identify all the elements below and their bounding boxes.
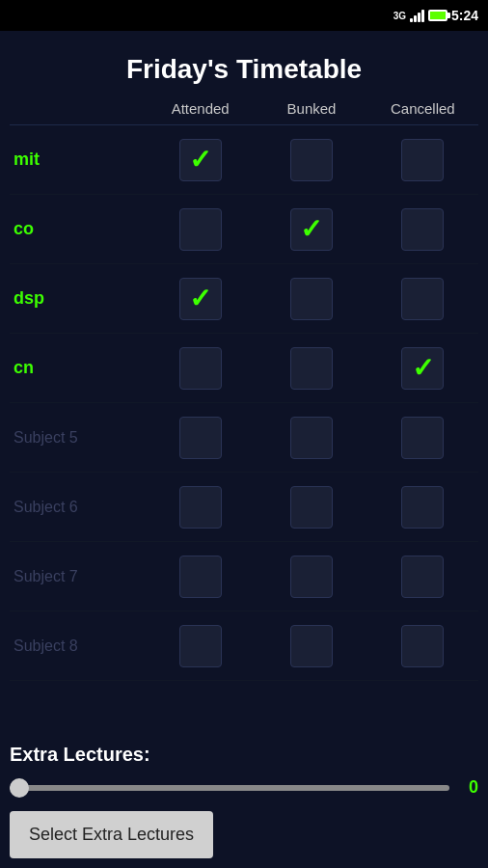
attended-cell-dsp[interactable] xyxy=(145,278,256,320)
subject-name-sub8: Subject 8 xyxy=(10,637,145,655)
bunked-checkbox-sub5[interactable] xyxy=(290,417,333,459)
cancelled-checkbox-co[interactable] xyxy=(401,208,444,251)
table-header: Attended Bunked Cancelled xyxy=(10,100,478,125)
bunked-cell-sub7[interactable] xyxy=(256,556,366,598)
bunked-cell-sub6[interactable] xyxy=(256,486,366,529)
bunked-cell-mit[interactable] xyxy=(256,139,366,181)
attended-cell-mit[interactable] xyxy=(145,139,256,181)
attended-checkbox-sub6[interactable] xyxy=(179,486,222,529)
bunked-cell-cn[interactable] xyxy=(256,347,366,390)
attended-checkbox-dsp[interactable] xyxy=(179,278,222,320)
table-row: Subject 6 xyxy=(10,473,478,542)
cancelled-checkbox-cn[interactable] xyxy=(401,347,444,390)
attended-cell-sub7[interactable] xyxy=(145,556,256,598)
slider-track[interactable] xyxy=(10,785,449,791)
cancelled-checkbox-sub8[interactable] xyxy=(401,625,444,667)
cancelled-cell-sub6[interactable] xyxy=(367,486,478,529)
cancelled-cell-sub8[interactable] xyxy=(367,625,478,667)
cancelled-checkbox-sub7[interactable] xyxy=(401,556,444,598)
bunked-checkbox-cn[interactable] xyxy=(290,347,333,390)
table-row: Subject 8 xyxy=(10,611,478,681)
cancelled-cell-dsp[interactable] xyxy=(367,278,478,320)
attended-checkbox-cn[interactable] xyxy=(179,347,222,390)
bunked-checkbox-co[interactable] xyxy=(290,208,333,251)
select-extra-lectures-button[interactable]: Select Extra Lectures xyxy=(10,811,213,858)
col-subject xyxy=(10,100,145,117)
attended-checkbox-sub8[interactable] xyxy=(179,625,222,667)
battery-icon xyxy=(428,10,447,21)
subject-name-sub7: Subject 7 xyxy=(10,568,145,585)
table-row: Subject 5 xyxy=(10,403,478,473)
attended-checkbox-co[interactable] xyxy=(179,208,222,251)
attended-cell-co[interactable] xyxy=(145,208,256,251)
table-row: mit xyxy=(10,125,478,195)
cancelled-checkbox-sub6[interactable] xyxy=(401,486,444,529)
subject-name-cn: cn xyxy=(10,358,145,378)
attended-cell-sub6[interactable] xyxy=(145,486,256,529)
attended-checkbox-sub5[interactable] xyxy=(179,417,222,459)
status-bar: 3G 5:24 xyxy=(0,0,488,31)
cancelled-checkbox-mit[interactable] xyxy=(401,139,444,181)
cancelled-checkbox-sub5[interactable] xyxy=(401,417,444,459)
bunked-checkbox-dsp[interactable] xyxy=(290,278,333,320)
attended-cell-sub5[interactable] xyxy=(145,417,256,459)
cancelled-cell-sub7[interactable] xyxy=(367,556,478,598)
signal-icon xyxy=(410,9,424,22)
col-attended: Attended xyxy=(145,100,256,117)
subject-name-co: co xyxy=(10,219,145,239)
cancelled-checkbox-dsp[interactable] xyxy=(401,278,444,320)
status-icons: 3G 5:24 xyxy=(393,8,478,23)
bunked-checkbox-mit[interactable] xyxy=(290,139,333,181)
slider-container[interactable]: 0 xyxy=(10,773,478,807)
status-time: 5:24 xyxy=(451,8,478,23)
subject-name-sub6: Subject 6 xyxy=(10,499,145,516)
extra-lectures-label: Extra Lectures: xyxy=(10,734,478,773)
bunked-cell-co[interactable] xyxy=(256,208,366,251)
table-row: co xyxy=(10,195,478,264)
cancelled-cell-co[interactable] xyxy=(367,208,478,251)
table-row: Subject 7 xyxy=(10,542,478,611)
timetable: Attended Bunked Cancelled mit co xyxy=(0,100,488,734)
col-bunked: Bunked xyxy=(256,100,366,117)
attended-cell-sub8[interactable] xyxy=(145,625,256,667)
table-row: dsp xyxy=(10,264,478,334)
page-title: Friday's Timetable xyxy=(0,31,488,100)
attended-checkbox-mit[interactable] xyxy=(179,139,222,181)
slider-thumb[interactable] xyxy=(10,778,29,798)
cancelled-cell-mit[interactable] xyxy=(367,139,478,181)
subject-rows: mit co dsp xyxy=(10,125,478,681)
main-content: Friday's Timetable Attended Bunked Cance… xyxy=(0,31,488,868)
bunked-checkbox-sub7[interactable] xyxy=(290,556,333,598)
table-row: cn xyxy=(10,334,478,403)
col-cancelled: Cancelled xyxy=(367,100,478,117)
cancelled-cell-sub5[interactable] xyxy=(367,417,478,459)
bunked-checkbox-sub8[interactable] xyxy=(290,625,333,667)
bunked-cell-sub8[interactable] xyxy=(256,625,366,667)
slider-value: 0 xyxy=(459,777,478,798)
bunked-cell-dsp[interactable] xyxy=(256,278,366,320)
attended-checkbox-sub7[interactable] xyxy=(179,556,222,598)
subject-name-mit: mit xyxy=(10,149,145,170)
subject-name-sub5: Subject 5 xyxy=(10,429,145,447)
bottom-section: Extra Lectures: 0 Select Extra Lectures xyxy=(0,734,488,868)
subject-name-dsp: dsp xyxy=(10,288,145,309)
bunked-cell-sub5[interactable] xyxy=(256,417,366,459)
attended-cell-cn[interactable] xyxy=(145,347,256,390)
cancelled-cell-cn[interactable] xyxy=(367,347,478,390)
3g-icon: 3G xyxy=(393,11,406,21)
bunked-checkbox-sub6[interactable] xyxy=(290,486,333,529)
